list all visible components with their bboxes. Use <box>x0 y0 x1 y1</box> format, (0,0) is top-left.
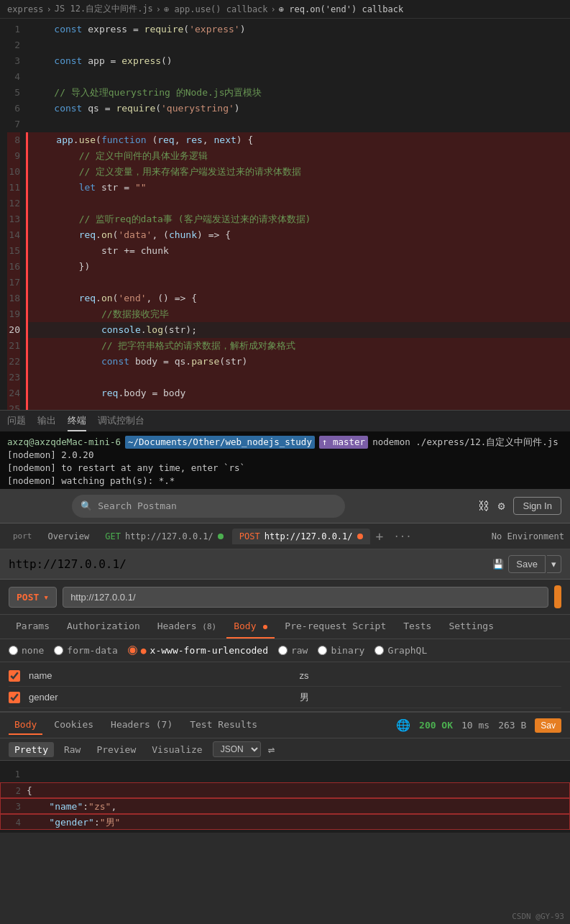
format-pretty[interactable]: Pretty <box>9 742 54 757</box>
line-numbers: 123456 78 9 10 11 12 13 14 15 16 17 18 1… <box>0 19 26 410</box>
resp-tab-body[interactable]: Body <box>9 715 42 735</box>
option-raw[interactable]: raw <box>278 645 308 656</box>
tab-post[interactable]: POST http://127.0.0.1/ <box>232 529 370 544</box>
terminal-output-2: [nodemon] to restart at any time, enter … <box>7 462 563 475</box>
terminal-command: nodemon ./express/12.自定义中间件.js <box>372 436 558 449</box>
resp-line-2: 2 { <box>0 782 570 798</box>
format-visualize[interactable]: Visualize <box>146 742 208 757</box>
response-format-bar: Pretty Raw Preview Visualize JSON XML HT… <box>0 738 570 761</box>
bc-fn1: ⊕ app.use() callback <box>164 4 268 14</box>
request-tabs: Params Authorization Headers (8) Body Pr… <box>0 615 570 639</box>
body-options: none form-data ● x-www-form-urlencoded r… <box>0 639 570 662</box>
code-editor: express › JS 12.自定义中间件.js › ⊕ app.use() … <box>0 0 570 489</box>
tab-debug[interactable]: 调试控制台 <box>98 411 144 431</box>
format-raw[interactable]: Raw <box>58 742 86 757</box>
row1-key[interactable] <box>26 669 291 682</box>
wrap-icon[interactable]: ⇌ <box>268 743 275 756</box>
save-button-group: 💾 Save ▾ <box>492 555 561 573</box>
save-response-button[interactable]: Sav <box>535 718 561 733</box>
option-urlencoded[interactable]: ● x-www-form-urlencoded <box>128 645 268 656</box>
row2-key[interactable] <box>26 690 291 704</box>
response-body: 1 2 { 3 "name": "zs", 4 "gender": "男" <box>0 761 570 833</box>
method-selector[interactable]: POST ▾ <box>9 587 57 608</box>
resp-line-4: 4 "gender": "男" <box>0 814 570 830</box>
response-bar: Body Cookies Headers (7) Test Results 🌐 … <box>0 711 570 738</box>
terminal-dir: ~/Documents/Other/web_nodejs_study <box>125 436 315 449</box>
tab-authorization[interactable]: Authorization <box>60 615 147 639</box>
send-button[interactable] <box>554 585 561 608</box>
globe-icon: 🌐 <box>396 718 410 732</box>
request-url-display: http://127.0.0.1/ <box>9 557 127 571</box>
tab-pre-request[interactable]: Pre-request Script <box>277 615 393 639</box>
breadcrumb: express › JS 12.自定义中间件.js › ⊕ app.use() … <box>0 0 570 19</box>
method-url-bar: POST ▾ <box>0 580 570 615</box>
terminal-tabs: 问题 输出 终端 调试控制台 <box>0 410 570 431</box>
terminal-prompt: axzq@axzqdeMac-mini-6 ~/Documents/Other/… <box>7 436 563 449</box>
get-method-label: GET <box>105 531 121 541</box>
more-tabs-button[interactable]: ··· <box>389 531 415 542</box>
response-status: 🌐 200 OK 10 ms 263 B Sav <box>396 718 561 733</box>
bc-express: express <box>7 4 44 14</box>
postman-header: 🔍 Search Postman ⛓ ⚙ Sign In <box>0 489 570 523</box>
form-table <box>0 662 570 711</box>
postman-panel: 🔍 Search Postman ⛓ ⚙ Sign In port Overvi… <box>0 489 570 924</box>
terminal-output-3: [nodemon] watching path(s): *.* <box>7 475 563 488</box>
status-code: 200 OK <box>419 720 453 731</box>
resp-tab-test-results[interactable]: Test Results <box>184 715 263 735</box>
settings-icon[interactable]: ⚙ <box>498 499 505 513</box>
env-selector[interactable]: No Environment <box>492 531 564 541</box>
option-none[interactable]: none <box>9 645 44 656</box>
link-icon[interactable]: ⛓ <box>478 499 489 513</box>
search-icon: 🔍 <box>81 500 92 511</box>
method-dropdown-icon: ▾ <box>43 592 49 603</box>
request-bar: http://127.0.0.1/ 💾 Save ▾ <box>0 549 570 580</box>
resp-tab-cookies[interactable]: Cookies <box>48 715 99 735</box>
search-bar[interactable]: 🔍 Search Postman <box>72 495 345 518</box>
code-content: 123456 78 9 10 11 12 13 14 15 16 17 18 1… <box>0 19 570 410</box>
terminal-git: ↑ master <box>319 436 368 449</box>
resp-line-1: 1 <box>0 767 570 782</box>
sidebar-toggle[interactable]: port <box>6 529 40 544</box>
option-form-data[interactable]: form-data <box>54 645 117 656</box>
option-binary[interactable]: binary <box>318 645 364 656</box>
method-label: POST <box>17 592 39 603</box>
format-type-selector[interactable]: JSON XML HTML Text <box>213 741 261 757</box>
resp-tab-headers[interactable]: Headers (7) <box>105 715 178 735</box>
tab-output[interactable]: 输出 <box>37 411 56 431</box>
save-dropdown-button[interactable]: ▾ <box>547 555 561 573</box>
bc-fn2: ⊕ req.on('end') callback <box>279 4 403 14</box>
terminal-output-1: [nodemon] 2.0.20 <box>7 449 563 462</box>
code-lines: const express = require('express') const… <box>26 19 570 410</box>
form-row-1 <box>9 665 561 687</box>
tab-tests[interactable]: Tests <box>396 615 438 639</box>
post-dot <box>357 534 363 539</box>
tab-params[interactable]: Params <box>9 615 57 639</box>
tab-get[interactable]: GET http://127.0.0.1/ <box>98 529 231 544</box>
format-preview[interactable]: Preview <box>91 742 142 757</box>
watermark: CSDN @GY-93 <box>512 912 564 921</box>
row2-checkbox[interactable] <box>9 692 20 703</box>
tab-body[interactable]: Body <box>226 615 275 639</box>
status-size: 263 B <box>498 720 526 731</box>
terminal-content: axzq@axzqdeMac-mini-6 ~/Documents/Other/… <box>0 431 570 489</box>
row1-value[interactable] <box>297 669 562 682</box>
tab-headers[interactable]: Headers (8) <box>150 615 224 639</box>
option-graphql[interactable]: GraphQL <box>374 645 427 656</box>
status-time: 10 ms <box>461 720 489 731</box>
save-button[interactable]: Save <box>508 555 546 573</box>
post-url: http://127.0.0.1/ <box>265 531 353 541</box>
tab-issues[interactable]: 问题 <box>7 411 26 431</box>
tab-overview[interactable]: Overview <box>41 529 97 544</box>
resp-line-3: 3 "name": "zs", <box>0 798 570 814</box>
tab-settings[interactable]: Settings <box>441 615 501 639</box>
get-dot <box>218 534 224 539</box>
save-icon: 💾 <box>492 559 504 570</box>
row2-value[interactable] <box>297 690 562 704</box>
sign-in-button[interactable]: Sign In <box>513 497 561 515</box>
new-tab-button[interactable]: + <box>372 529 388 544</box>
tab-terminal[interactable]: 终端 <box>68 411 86 431</box>
url-input[interactable] <box>63 587 548 608</box>
search-placeholder: Search Postman <box>98 500 177 511</box>
row1-checkbox[interactable] <box>9 670 20 682</box>
post-method-label: POST <box>239 531 260 541</box>
